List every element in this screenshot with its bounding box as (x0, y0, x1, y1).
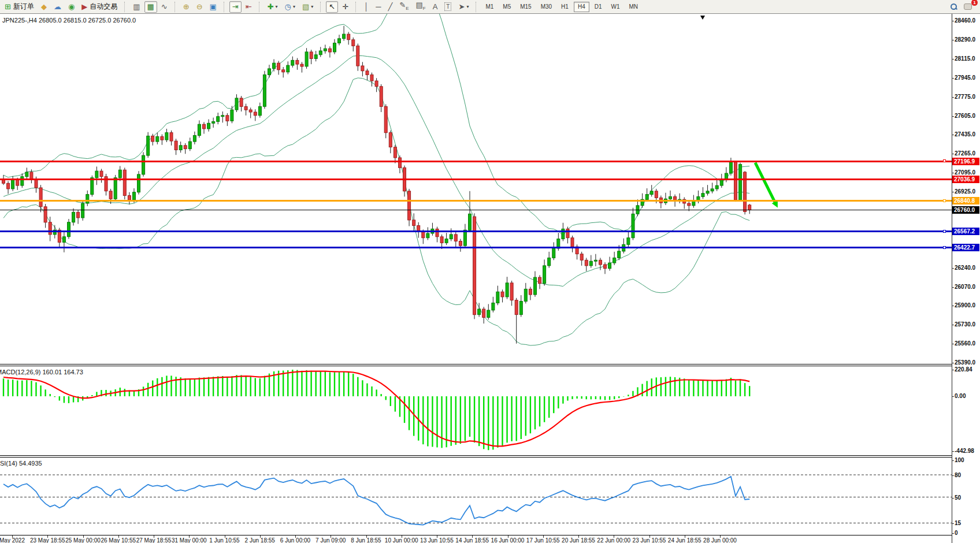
chart-shift-button[interactable]: ⇤ (243, 1, 255, 13)
time-label: 24 Jun 18:55 (668, 537, 701, 543)
new-order-button[interactable]: ⊞新订单 (2, 1, 37, 13)
candle (2, 179, 5, 184)
signals-button[interactable]: ◉ (65, 1, 77, 13)
macd-chart[interactable] (0, 366, 952, 455)
candle (268, 69, 271, 75)
candle (510, 283, 513, 300)
crosshair-button[interactable]: ✛ (339, 1, 351, 13)
candle (408, 191, 411, 220)
candlestick-chart-button[interactable]: ▦ (144, 1, 157, 13)
vertical-line-icon: │ (364, 3, 369, 10)
candle (212, 121, 215, 123)
candle (706, 191, 709, 194)
candle (156, 136, 159, 142)
time-label: 17 Jun 10:55 (526, 537, 560, 543)
timeframe-h4-button[interactable]: H4 (574, 2, 589, 12)
bar-chart-button[interactable]: ▥ (130, 1, 143, 13)
candle (604, 265, 607, 269)
time-label: 8 Jun 18:55 (351, 537, 381, 543)
candle (576, 247, 578, 254)
vertical-line-button[interactable]: │ (361, 1, 372, 13)
autotrading-button[interactable]: ▶自动交易 (79, 1, 120, 13)
forecast-arrow[interactable] (755, 163, 775, 203)
rsi-chart[interactable] (0, 458, 952, 535)
candle (608, 263, 611, 269)
chevron-down-icon[interactable]: ▾ (466, 4, 469, 9)
text-button[interactable]: A (430, 1, 441, 13)
candle (389, 133, 392, 147)
autotrading-icon: ▶ (81, 3, 87, 10)
candle (254, 112, 257, 116)
candle (566, 229, 569, 237)
timeframe-m15-button[interactable]: M15 (516, 2, 535, 12)
timeframe-m5-button[interactable]: M5 (499, 2, 515, 12)
timeframe-m1-button[interactable]: M1 (481, 2, 498, 12)
candle (454, 235, 457, 241)
candle (594, 260, 597, 261)
chevron-down-icon[interactable]: ▾ (311, 4, 313, 9)
chart-wizard-button[interactable]: ◆ (38, 1, 50, 13)
candle (403, 168, 406, 191)
candle (81, 203, 84, 218)
toolbar-separator (175, 2, 177, 12)
candle (357, 46, 359, 66)
timeframe-w1-button[interactable]: W1 (607, 2, 624, 12)
candle (170, 133, 173, 142)
time-label: 26 May 10:55 (101, 537, 136, 543)
indicators-button[interactable]: ✚▾ (265, 1, 281, 13)
chat-bubble-icon (964, 3, 972, 10)
timeframe-m30-button[interactable]: M30 (537, 2, 556, 12)
periods-button[interactable]: ◷▾ (282, 1, 298, 13)
candle (217, 117, 220, 122)
time-label: May 2022 (0, 537, 25, 543)
equidistant-channel-button[interactable]: ✎E (396, 1, 411, 13)
candle (138, 174, 140, 192)
timeframe-mn-button[interactable]: MN (625, 2, 643, 12)
zoom-out-button[interactable]: ⊖ (194, 1, 206, 13)
candle (599, 260, 602, 265)
time-label: 22 Jun 00:00 (597, 537, 630, 543)
candle (459, 241, 462, 246)
price-axis[interactable] (952, 14, 980, 543)
candle (161, 136, 164, 140)
candle (552, 248, 555, 258)
candle (431, 229, 434, 233)
candle (282, 70, 285, 72)
text-label-button[interactable]: T (441, 1, 454, 13)
chevron-down-icon[interactable]: ▾ (276, 4, 278, 9)
timeframe-d1-button[interactable]: D1 (591, 2, 606, 12)
candle (235, 98, 238, 110)
line-chart-button[interactable]: ∿ (158, 1, 170, 13)
arrows-button[interactable]: ➤▾ (455, 1, 472, 13)
horizontal-line-button[interactable]: ─ (373, 1, 384, 13)
candle (534, 277, 537, 295)
templates-icon: ▧ (302, 3, 309, 10)
tile-windows-button[interactable]: ▣ (207, 1, 220, 13)
timeframe-h1-button[interactable]: H1 (557, 2, 573, 12)
cursor-button[interactable]: ↖ (326, 1, 338, 13)
time-axis[interactable]: May 202223 May 18:5525 May 00:0026 May 1… (0, 535, 980, 543)
candle (343, 34, 346, 39)
candle (7, 183, 10, 189)
templates-button[interactable]: ▧▾ (299, 1, 316, 13)
signals-icon: ◉ (68, 3, 75, 10)
candlestick-chart[interactable] (0, 14, 952, 364)
publisher-button[interactable]: ☁ (51, 1, 64, 13)
candle (613, 258, 616, 263)
trendline-button[interactable]: ╱ (385, 1, 395, 13)
time-label: 1 Jun 10:55 (209, 537, 239, 543)
candle (524, 289, 527, 301)
fibonacci-button[interactable]: ▤F (413, 1, 429, 13)
candle (328, 49, 331, 52)
candle (142, 155, 145, 174)
auto-scroll-button[interactable]: ⇥ (229, 1, 242, 13)
zoom-in-button[interactable]: ⊕ (180, 1, 192, 13)
candle (151, 136, 154, 142)
tile-windows-icon: ▣ (210, 3, 217, 10)
candle (165, 133, 168, 140)
chevron-down-icon[interactable]: ▾ (293, 4, 295, 9)
search-button[interactable] (948, 1, 960, 13)
notifications-button[interactable]: 1 (961, 1, 975, 13)
candle (35, 179, 38, 188)
candle (744, 172, 747, 211)
